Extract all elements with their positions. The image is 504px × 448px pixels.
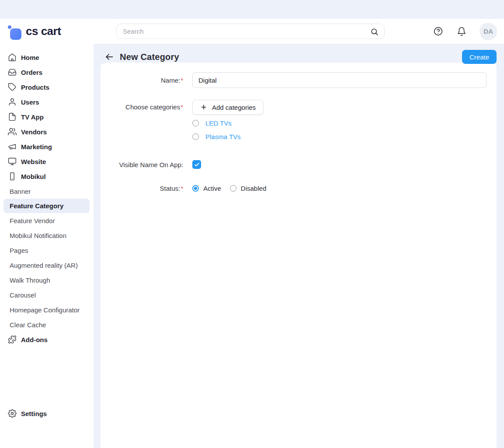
sidebar-item-homepage-configurator[interactable]: Homepage Configurator — [0, 302, 94, 317]
sidebar-item-label: Marketing — [21, 143, 52, 150]
notifications-button[interactable] — [457, 27, 466, 36]
sidebar-item-label: Website — [21, 158, 46, 165]
category-link[interactable]: LED TVs — [205, 119, 232, 127]
status-option-label: Disabled — [241, 185, 266, 192]
brand-logo[interactable]: cs cart — [0, 23, 94, 40]
sidebar-item-label: TV App — [21, 113, 44, 121]
category-link[interactable]: Plasma TVs — [205, 133, 241, 140]
sidebar-item-tv-app[interactable]: TV App — [0, 109, 94, 124]
sidebar-item-orders[interactable]: Orders — [0, 65, 94, 80]
sidebar-item-settings[interactable]: Settings — [0, 406, 94, 421]
required-marker: * — [181, 103, 183, 111]
inbox-icon — [8, 68, 17, 77]
category-option-plasma-tvs[interactable]: Plasma TVs — [192, 130, 487, 144]
help-button[interactable] — [433, 26, 443, 36]
sidebar-item-vendors[interactable]: Vendors — [0, 124, 94, 139]
choose-categories-row: Choose categories* Add categories — [101, 100, 497, 144]
sidebar-item-label: Add-ons — [21, 336, 48, 343]
search-box[interactable] — [116, 24, 385, 39]
sidebar-item-home[interactable]: Home — [0, 50, 94, 65]
brand-name: cs cart — [26, 24, 61, 38]
user-icon — [8, 98, 17, 106]
home-icon — [8, 53, 17, 62]
sidebar-item-augmented-reality[interactable]: Augmented reality (AR) — [0, 258, 94, 273]
sidebar-item-label: Home — [21, 54, 39, 61]
form-card: Name:* Choose categories* — [101, 63, 497, 448]
radio-unchecked-icon[interactable] — [192, 120, 199, 126]
search-input[interactable] — [117, 28, 384, 35]
required-marker: * — [181, 77, 183, 84]
visible-name-row: Visible Name On App: — [101, 160, 497, 169]
avatar-initials: DA — [483, 28, 493, 35]
sidebar-item-label: Settings — [21, 410, 47, 417]
tag-icon — [8, 83, 17, 91]
sidebar-item-users[interactable]: Users — [0, 94, 94, 109]
sidebar-item-walk-through[interactable]: Walk Through — [0, 273, 94, 287]
name-input[interactable] — [192, 72, 487, 88]
sidebar-item-feature-category[interactable]: Feature Category — [3, 199, 90, 213]
puzzle-icon — [8, 335, 17, 344]
gear-icon — [8, 409, 17, 418]
monitor-icon — [8, 157, 17, 166]
sidebar-item-banner[interactable]: Banner — [0, 184, 94, 199]
cscart-logo-icon — [7, 23, 23, 40]
checkmark-icon — [194, 162, 200, 168]
add-categories-button[interactable]: Add categories — [192, 100, 264, 115]
required-marker: * — [181, 185, 183, 192]
page-title: New Category — [120, 52, 179, 62]
sidebar-item-pages[interactable]: Pages — [0, 243, 94, 258]
sidebar-item-clear-cache[interactable]: Clear Cache — [0, 317, 94, 332]
search-icon[interactable] — [370, 28, 379, 36]
sidebar: Home Orders Products — [0, 44, 94, 448]
sidebar-item-products[interactable]: Products — [0, 80, 94, 94]
main-content: New Category Create Name:* Choose catego… — [94, 44, 504, 448]
status-option-active[interactable]: Active — [192, 185, 221, 192]
create-button[interactable]: Create — [462, 50, 497, 64]
radio-unchecked-icon[interactable] — [230, 185, 236, 192]
sidebar-item-feature-vendor[interactable]: Feature Vendor — [0, 213, 94, 228]
choose-categories-label: Choose categories* — [101, 100, 183, 111]
plus-icon — [200, 104, 207, 111]
radio-checked-icon[interactable] — [192, 185, 199, 192]
top-strip — [0, 0, 504, 19]
visible-name-label: Visible Name On App: — [101, 161, 183, 168]
avatar[interactable]: DA — [480, 23, 497, 40]
name-label: Name:* — [101, 77, 183, 84]
sidebar-item-website[interactable]: Website — [0, 154, 94, 169]
sidebar-item-label: Users — [21, 98, 39, 106]
visible-name-checkbox[interactable] — [192, 160, 201, 169]
radio-unchecked-icon[interactable] — [192, 133, 199, 140]
megaphone-icon — [8, 142, 17, 151]
back-button[interactable] — [104, 52, 114, 62]
status-label: Status:* — [101, 185, 183, 192]
status-row: Status:* Active Disabled — [101, 185, 497, 192]
category-option-led-tvs[interactable]: LED TVs — [192, 116, 487, 130]
sidebar-item-marketing[interactable]: Marketing — [0, 139, 94, 154]
file-icon — [8, 112, 17, 121]
bell-icon — [457, 27, 466, 36]
name-row: Name:* — [101, 72, 497, 88]
header-actions: DA — [433, 23, 504, 40]
sidebar-item-label: Vendors — [21, 128, 47, 136]
add-categories-label: Add categories — [212, 104, 256, 111]
help-icon — [433, 26, 443, 36]
sidebar-item-label: Mobikul — [21, 173, 46, 180]
sidebar-item-mobikul[interactable]: Mobikul — [0, 169, 94, 184]
sidebar-item-mobikul-notification[interactable]: Mobikul Notification — [0, 228, 94, 243]
smartphone-icon — [8, 172, 17, 181]
header-bar: cs cart — [0, 19, 504, 44]
status-option-label: Active — [203, 185, 221, 192]
sidebar-item-label: Orders — [21, 69, 42, 76]
users-icon — [8, 127, 17, 136]
sidebar-item-carousel[interactable]: Carousel — [0, 287, 94, 302]
sidebar-item-addons[interactable]: Add-ons — [0, 332, 94, 347]
category-options: LED TVs Plasma TVs — [192, 116, 487, 144]
back-arrow-icon — [104, 52, 114, 62]
sidebar-item-label: Products — [21, 84, 49, 91]
status-option-disabled[interactable]: Disabled — [230, 185, 266, 192]
page-header: New Category Create — [94, 44, 504, 58]
